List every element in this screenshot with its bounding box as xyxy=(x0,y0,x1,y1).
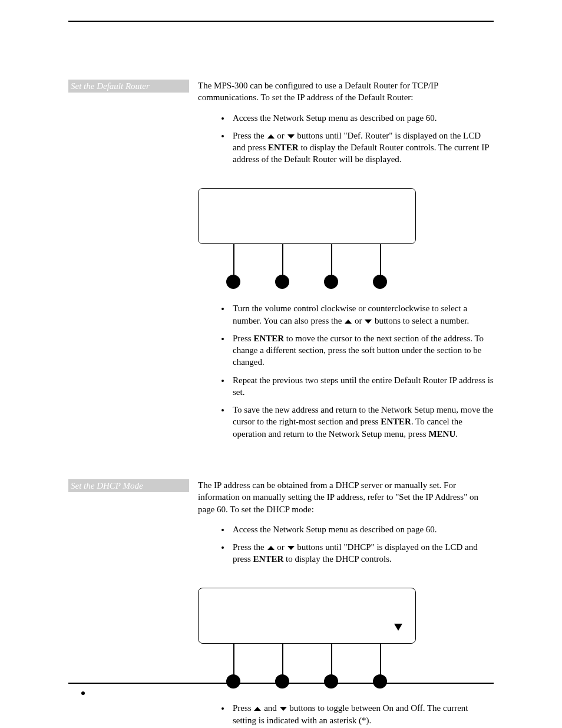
diagram-caption: Network Setup — Default Router xyxy=(198,177,494,189)
intro-para: The MPS-300 can be configured to use a D… xyxy=(198,80,494,104)
diagram-stem xyxy=(380,644,381,676)
header-left: Crestron MPS-300 xyxy=(68,28,130,39)
footer-left: 62 Multimedia Presentation System 300: M… xyxy=(68,687,247,699)
header-right: Multimedia Presentation System 300 xyxy=(372,28,494,39)
list-item: Press and buttons to toggle between On a… xyxy=(230,702,494,726)
list-item: Press the or buttons until "Def. Router"… xyxy=(230,130,494,166)
bullet-list-3: Access the Network Setup menu as describ… xyxy=(198,523,494,565)
diagram-caption: Network Setup — DHCP Controls xyxy=(198,577,494,588)
bullet-icon xyxy=(81,691,85,695)
arrow-down-icon xyxy=(280,707,287,711)
lcd-diagram-default-router: Def. Router 192.168.000.001 xyxy=(198,188,416,294)
bullet-list-1: Access the Network Setup menu as describ… xyxy=(198,112,494,166)
soft-button-icon xyxy=(324,275,338,289)
diagram-stem xyxy=(282,644,283,676)
down-arrow-icon xyxy=(394,624,402,631)
soft-button-icon xyxy=(275,275,289,289)
list-item: To save the new address and return to th… xyxy=(230,404,494,440)
arrow-up-icon xyxy=(345,319,352,324)
soft-button-icon xyxy=(226,275,240,289)
diagram-stem xyxy=(282,244,283,276)
list-item: Access the Network Setup menu as describ… xyxy=(230,112,494,124)
sidebar-heading-dhcp: Set the DHCP Mode xyxy=(68,479,189,492)
footer-right: Operations Guide — DOC. 6529 xyxy=(385,687,494,699)
header-rule xyxy=(68,21,494,22)
diagram-stem xyxy=(331,244,332,276)
section-default-router: The MPS-300 can be configured to use a D… xyxy=(198,80,494,446)
page-container: Crestron MPS-300 Multimedia Presentation… xyxy=(68,21,494,699)
lcd-line-1: DHCP xyxy=(199,597,415,613)
sidebar-heading-default-router: Set the Default Router xyxy=(68,80,189,93)
arrow-down-icon xyxy=(287,546,295,550)
page-number: 62 xyxy=(68,687,77,699)
footer-title: Multimedia Presentation System 300: MPS-… xyxy=(90,687,247,699)
arrow-down-icon xyxy=(365,319,372,324)
diagram-stem xyxy=(380,244,381,276)
arrow-down-icon xyxy=(287,134,295,139)
lcd-line-1: Def. Router xyxy=(199,197,415,213)
lcd-line-2: On *Off xyxy=(199,618,415,635)
bullet-list-2: Turn the volume control clockwise or cou… xyxy=(198,302,494,440)
list-item: Turn the volume control clockwise or cou… xyxy=(230,302,494,327)
arrow-up-icon xyxy=(254,707,261,711)
lcd-line-2: 192.168.000.001 xyxy=(199,219,415,235)
intro-para: The IP address can be obtained from a DH… xyxy=(198,479,494,515)
list-item: Access the Network Setup menu as describ… xyxy=(230,523,494,535)
soft-button-icon xyxy=(373,275,387,289)
diagram-stem xyxy=(331,644,332,676)
lcd-screen: Def. Router 192.168.000.001 xyxy=(198,188,416,244)
list-item: Press ENTER to move the cursor to the ne… xyxy=(230,332,494,368)
running-header: Crestron MPS-300 Multimedia Presentation… xyxy=(68,28,494,39)
arrow-up-icon xyxy=(267,134,275,139)
list-item: Press the or buttons until "DHCP" is dis… xyxy=(230,541,494,565)
list-item: Repeat the previous two steps until the … xyxy=(230,374,494,398)
lcd-diagram-dhcp: DHCP On *Off xyxy=(198,588,416,694)
lcd-screen: DHCP On *Off xyxy=(198,588,416,644)
bullet-list-4: Press and buttons to toggle between On a… xyxy=(198,702,494,726)
footer-rule xyxy=(68,683,494,684)
diagram-stem xyxy=(233,244,234,276)
arrow-up-icon xyxy=(267,546,275,550)
diagram-stem xyxy=(233,644,234,676)
page-footer: 62 Multimedia Presentation System 300: M… xyxy=(68,683,494,699)
